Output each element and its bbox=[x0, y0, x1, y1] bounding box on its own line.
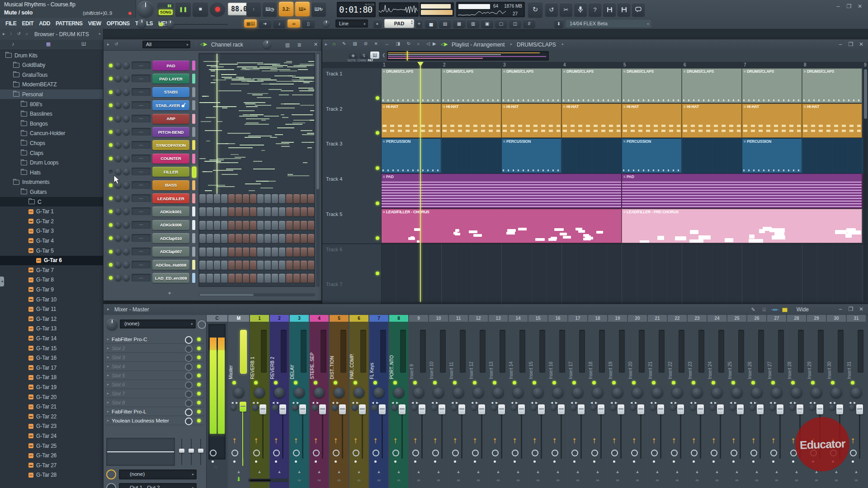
channel-led[interactable] bbox=[109, 103, 113, 107]
strip-fader[interactable] bbox=[637, 404, 644, 414]
slot-enable-led[interactable] bbox=[197, 383, 201, 386]
step-cell[interactable] bbox=[207, 194, 213, 203]
strip-led[interactable] bbox=[334, 381, 337, 385]
step-cell[interactable] bbox=[221, 234, 227, 243]
pattern-selector[interactable]: PAD ▲▼ bbox=[384, 19, 414, 28]
strip-fader[interactable] bbox=[737, 404, 744, 414]
mixer-slot-9[interactable]: ▸FabFilter Pro-L bbox=[105, 407, 204, 416]
step-edit-icon[interactable]: ♪ bbox=[273, 19, 286, 28]
channel-led[interactable] bbox=[109, 157, 113, 160]
step-cell[interactable] bbox=[228, 221, 235, 230]
send-switch-icon[interactable]: ᛏ bbox=[452, 438, 458, 445]
strip-stereo-knob[interactable] bbox=[431, 404, 438, 411]
tree-item-g-tar-25[interactable]: G-Tar 25 bbox=[0, 441, 103, 450]
step-cell[interactable] bbox=[301, 194, 307, 203]
send-switch-icon[interactable]: ᛏ bbox=[432, 438, 438, 445]
clip-hi-hat[interactable]: ≡ HI-HAT bbox=[381, 103, 441, 138]
strip-stereo-knob[interactable] bbox=[670, 404, 676, 411]
strip-number[interactable]: 29 bbox=[807, 315, 826, 322]
strip-fader[interactable] bbox=[439, 404, 445, 414]
mixer-slot-8[interactable]: ▸Slot 8 bbox=[105, 398, 204, 407]
route-up-icon[interactable]: ▲ bbox=[270, 469, 289, 474]
link-icon[interactable]: ∞ bbox=[708, 478, 726, 483]
strip-pan-knob[interactable] bbox=[851, 387, 862, 398]
step-cell[interactable] bbox=[250, 194, 256, 203]
send-switch-icon[interactable]: ᛏ bbox=[333, 438, 339, 445]
step-cell[interactable] bbox=[293, 261, 300, 270]
step-cell[interactable] bbox=[199, 248, 206, 257]
strip-clock-icon[interactable] bbox=[750, 450, 757, 456]
link-icon[interactable]: ∞ bbox=[767, 478, 786, 483]
channel-button-adkick006[interactable]: ADKick006 bbox=[152, 220, 189, 230]
channel-button-adclos-hat008[interactable]: ADClos..Hat008 bbox=[152, 260, 189, 270]
step-cell[interactable] bbox=[301, 248, 307, 257]
step-cell[interactable] bbox=[199, 274, 206, 283]
link-icon[interactable]: ∞ bbox=[568, 478, 587, 483]
strip-led[interactable] bbox=[533, 381, 536, 385]
strip-number[interactable]: 6 bbox=[349, 315, 368, 322]
step-cell[interactable] bbox=[264, 194, 271, 203]
audio-track-icon[interactable]: ◈ bbox=[349, 52, 358, 59]
tree-item-g-tar-20[interactable]: G-Tar 20 bbox=[0, 392, 103, 402]
strip-number[interactable]: 31 bbox=[847, 315, 866, 322]
channel-led[interactable] bbox=[109, 170, 113, 174]
strip-clock-icon[interactable] bbox=[412, 450, 419, 456]
browser-header[interactable]: ▸ ↑ ↺ ⌕ Browser - DRUM KITS ▸ bbox=[0, 29, 103, 40]
channel-pan-knob[interactable] bbox=[115, 195, 122, 202]
time-display[interactable]: 0:01:80 M:S:CS bbox=[337, 2, 376, 17]
step-cell[interactable] bbox=[279, 274, 285, 283]
clip-drums-claps[interactable]: ≡ DRUMS/CLAPS bbox=[501, 68, 561, 103]
strip-clock-icon[interactable] bbox=[432, 450, 439, 456]
song-overview[interactable] bbox=[387, 51, 549, 61]
help-icon[interactable]: ? bbox=[589, 3, 601, 16]
maximize-button[interactable]: ❐ bbox=[844, 3, 854, 10]
step-cell[interactable] bbox=[221, 194, 227, 203]
menu-view[interactable]: VIEW bbox=[85, 19, 104, 28]
strip-pan-knob[interactable] bbox=[672, 387, 683, 398]
send-switch-icon[interactable]: ᛏ bbox=[711, 438, 717, 445]
slot-enable-led[interactable] bbox=[197, 347, 201, 350]
tree-item-drum-kits[interactable]: Drum Kits bbox=[0, 51, 103, 60]
step-cell[interactable] bbox=[228, 248, 235, 257]
strip-pan-knob[interactable] bbox=[334, 387, 344, 398]
channel-button-lead-filler[interactable]: LEAD/FILLER bbox=[152, 193, 189, 203]
strip-pan-knob[interactable] bbox=[712, 387, 722, 398]
channel-volume-knob[interactable] bbox=[123, 102, 130, 108]
strip-number[interactable]: M bbox=[228, 315, 249, 322]
step-cell[interactable] bbox=[199, 234, 206, 243]
tree-item-g-tar-27[interactable]: G-Tar 27 bbox=[0, 460, 103, 470]
overview-scroll-left[interactable]: ❮ bbox=[382, 53, 386, 57]
strip-led[interactable] bbox=[672, 381, 675, 385]
strip-clock-icon[interactable] bbox=[210, 450, 217, 456]
channel-display[interactable]: --- bbox=[132, 128, 151, 136]
strip-fader[interactable] bbox=[558, 404, 565, 414]
strip-led[interactable] bbox=[232, 381, 236, 385]
link-icon[interactable]: ∞ bbox=[489, 478, 508, 483]
flex-preset-selector[interactable]: 14/04 FLEX Beta ▸ bbox=[565, 19, 652, 28]
strip-stereo-knob[interactable] bbox=[570, 404, 577, 411]
mixer-strip-31[interactable]: 31Insert 31◄ ►ᛏ▲∞ bbox=[847, 315, 866, 488]
strip-clock-icon[interactable] bbox=[273, 450, 280, 456]
slot-enable-led[interactable] bbox=[197, 392, 201, 395]
route-up-icon[interactable]: ▲ bbox=[228, 469, 249, 474]
strip-fader[interactable] bbox=[379, 404, 386, 414]
menu-add[interactable]: ADD bbox=[36, 19, 53, 28]
strip-led[interactable] bbox=[393, 381, 397, 385]
strip-number[interactable]: 16 bbox=[548, 315, 567, 322]
feedback-icon[interactable] bbox=[632, 3, 645, 16]
send-switch-icon[interactable]: ᛏ bbox=[412, 438, 418, 445]
strip-pan-knob[interactable] bbox=[354, 387, 364, 398]
strip-stereo-knob[interactable] bbox=[331, 404, 338, 411]
route-up-icon[interactable]: ▲ bbox=[310, 469, 329, 474]
step-cell[interactable] bbox=[207, 248, 213, 257]
channel-volume-knob[interactable] bbox=[123, 208, 130, 215]
strip-pan-knob[interactable] bbox=[791, 387, 802, 398]
link-icon[interactable]: ∞ bbox=[369, 478, 388, 483]
route-up-icon[interactable]: ▲ bbox=[509, 469, 528, 474]
step-cell[interactable] bbox=[221, 261, 227, 270]
channel-display[interactable]: --- bbox=[132, 88, 151, 96]
channel-pan-knob[interactable] bbox=[115, 155, 122, 162]
step-cell[interactable] bbox=[243, 248, 249, 257]
channel-button-lad-ed-erc009[interactable]: LAD_ED..erc009 bbox=[152, 273, 189, 283]
channel-button-bass[interactable]: BASS bbox=[152, 180, 189, 190]
